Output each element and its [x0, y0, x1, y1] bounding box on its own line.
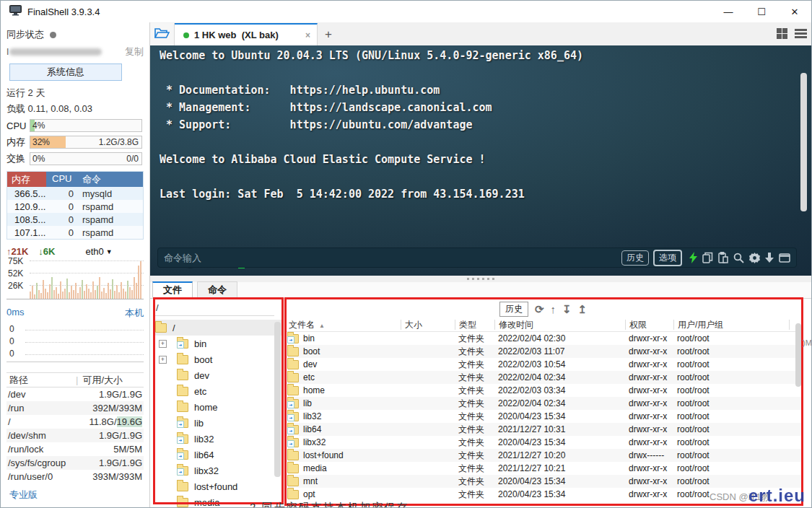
file-row-lost+found[interactable]: lost+found文件夹2021/12/27 10:20drwx------r…: [285, 449, 801, 462]
column-header-1[interactable]: 大小: [401, 320, 455, 330]
tree-item-lib64[interactable]: lib64: [153, 447, 281, 463]
network-interface-selector[interactable]: eth0: [85, 246, 103, 257]
system-info-button[interactable]: 系统信息: [9, 64, 122, 81]
file-row-lib64[interactable]: lib64文件夹2021/12/27 10:31drwxr-xr-xroot/r…: [285, 423, 801, 436]
disk-path: /sys/fs/cgroup: [6, 457, 66, 468]
file-row-lib[interactable]: lib文件夹2022/02/04 02:34drwxr-xr-xroot/roo…: [285, 397, 801, 410]
file-row-bin[interactable]: bin文件夹2022/02/04 02:30drwxr-xr-xroot/roo…: [285, 332, 801, 345]
folder-icon: [287, 477, 299, 486]
file-row-etc[interactable]: etc文件夹2022/02/04 02:34drwxr-xr-xroot/roo…: [285, 371, 801, 384]
connection-manager-button[interactable]: [150, 23, 175, 45]
column-header-5[interactable]: 用户/用户组: [673, 320, 789, 330]
tree-item-root[interactable]: /: [153, 320, 281, 336]
file-row-mnt[interactable]: mnt文件夹2020/04/23 15:34drwxr-xr-xroot/roo…: [285, 475, 801, 488]
pane-splitter[interactable]: [150, 276, 811, 282]
file-mtime: 2022/02/04 02:34: [494, 398, 625, 408]
quick-connect-icon[interactable]: [689, 252, 697, 263]
tree-item-label: home: [194, 402, 218, 413]
path-input[interactable]: [153, 300, 274, 316]
column-header-0[interactable]: 文件名▲: [285, 320, 401, 330]
ping-target-link[interactable]: 本机: [125, 307, 144, 320]
tab-close-icon[interactable]: ×: [303, 30, 313, 40]
tab-files[interactable]: 文件: [152, 281, 193, 298]
disk-header-path[interactable]: 路径: [6, 374, 76, 387]
file-row-media[interactable]: media文件夹2021/12/27 10:21drwxr-xr-xroot/r…: [285, 462, 801, 475]
tree-item-etc[interactable]: etc: [153, 383, 281, 399]
file-row-home[interactable]: home文件夹2022/02/03 03:34drwxr-xr-xroot/ro…: [285, 384, 801, 397]
tree-item-bin[interactable]: +bin: [153, 336, 281, 351]
column-header-3[interactable]: 修改时间: [494, 320, 625, 330]
options-button[interactable]: 选项: [653, 250, 682, 266]
session-tab[interactable]: 1 HK web (XL bak) ×: [175, 23, 318, 45]
tree-item-dev[interactable]: dev: [153, 367, 281, 383]
file-history-button[interactable]: 历史: [499, 302, 528, 317]
column-header-2[interactable]: 类型: [455, 320, 494, 330]
open-folder-icon: [154, 27, 170, 42]
command-input[interactable]: [164, 253, 617, 263]
disk-header-size[interactable]: 可用/大小: [78, 374, 123, 387]
close-button[interactable]: ✕: [778, 1, 811, 22]
terminal[interactable]: Welcome to Ubuntu 20.04.3 LTS (GNU/Linux…: [150, 45, 811, 276]
tree-item-boot[interactable]: +boot: [153, 351, 281, 367]
graph-y-label: 75K: [8, 256, 30, 266]
history-button[interactable]: 历史: [621, 250, 649, 266]
resource-meters: CPU4%内存32%1.2G/3.8G交换0%0/0: [1, 119, 149, 165]
tree-item-home[interactable]: home: [153, 399, 281, 415]
column-header-4[interactable]: 权限: [625, 320, 673, 330]
tree-item-label: boot: [194, 354, 212, 365]
process-header-cmd[interactable]: 命令: [81, 172, 143, 187]
menu-icon[interactable]: [795, 29, 807, 38]
file-row-dev[interactable]: dev文件夹2022/02/03 10:54drwxr-xr-xroot/roo…: [285, 358, 801, 371]
tree-item-libx32[interactable]: libx32: [153, 463, 281, 478]
file-row-lib32[interactable]: lib32文件夹2020/04/23 15:34drwxr-xr-xroot/r…: [285, 410, 801, 423]
upload-icon[interactable]: ↥: [578, 304, 588, 315]
scroll-down-icon[interactable]: [765, 253, 774, 263]
file-row-boot[interactable]: boot文件夹2022/02/03 11:07drwxr-xr-xroot/ro…: [285, 345, 801, 358]
sync-status-label: 同步状态: [6, 28, 44, 41]
process-row[interactable]: 108.5...0rspamd: [7, 213, 143, 226]
process-header-cpu[interactable]: CPU: [46, 172, 81, 187]
edition-label[interactable]: 专业版: [9, 489, 38, 502]
minimize-button[interactable]: —: [712, 1, 745, 22]
graph-y-label: 52K: [8, 268, 30, 279]
file-owner: root/root: [673, 359, 789, 369]
file-type: 文件夹: [455, 398, 494, 410]
process-row[interactable]: 107.1...0rspamd: [7, 226, 143, 239]
copy-icon[interactable]: [702, 252, 713, 263]
tree-item-lib[interactable]: lib: [153, 415, 281, 431]
graph-bar: [118, 292, 120, 299]
copy-ip-link[interactable]: 复制: [125, 45, 144, 58]
layout-grid-icon[interactable]: [777, 28, 787, 39]
tree-item-lib32[interactable]: lib32: [153, 431, 281, 447]
file-row-libx32[interactable]: libx32文件夹2020/04/23 15:34drwxr-xr-xroot/…: [285, 436, 801, 449]
process-row[interactable]: 120.9...0rspamd: [7, 200, 143, 213]
tree-scrollbar-thumb[interactable]: [274, 322, 281, 477]
paste-icon[interactable]: [718, 252, 728, 263]
file-owner: root/root: [673, 411, 789, 421]
graph-bar: [69, 292, 70, 299]
tab-commands[interactable]: 命令: [197, 281, 237, 298]
window-mode-icon[interactable]: [779, 253, 790, 263]
file-name-cell: lib: [285, 398, 401, 408]
expand-icon[interactable]: +: [159, 340, 167, 348]
graph-bar: [36, 283, 38, 299]
process-row[interactable]: 366.5...0mysqld: [7, 187, 143, 200]
new-tab-button[interactable]: +: [318, 23, 339, 45]
graph-bar: [127, 281, 128, 299]
refresh-icon[interactable]: ⟳: [535, 304, 544, 315]
download-icon[interactable]: ↧: [562, 304, 572, 315]
settings-gear-icon[interactable]: [749, 253, 760, 263]
file-list-scrollbar-thumb[interactable]: [795, 323, 801, 387]
tree-item-lost+found[interactable]: lost+found: [153, 478, 281, 494]
maximize-button[interactable]: ☐: [745, 1, 778, 22]
file-table-header: 文件名▲大小类型修改时间权限用户/用户组: [285, 318, 801, 332]
process-table-header[interactable]: 内存 CPU 命令: [7, 172, 143, 187]
expand-icon[interactable]: +: [159, 356, 167, 364]
terminal-scrollbar-thumb[interactable]: [800, 73, 807, 211]
up-directory-icon[interactable]: ↑: [550, 304, 556, 315]
graph-bar: [47, 292, 48, 299]
process-header-mem[interactable]: 内存: [7, 172, 46, 187]
search-icon[interactable]: [733, 253, 744, 263]
file-mtime: 2021/12/27 10:20: [494, 450, 625, 460]
file-perm: drwxr-xr-x: [625, 359, 673, 369]
